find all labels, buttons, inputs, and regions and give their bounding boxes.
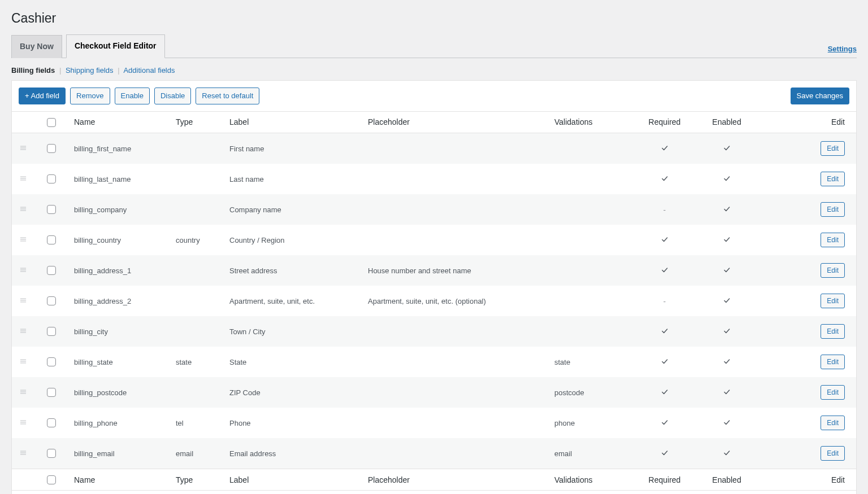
save-changes-button[interactable]: Save changes	[791, 88, 849, 104]
drag-handle-icon[interactable]	[19, 267, 27, 276]
edit-button[interactable]: Edit	[821, 263, 845, 278]
row-checkbox[interactable]	[47, 327, 56, 336]
edit-button[interactable]: Edit	[821, 294, 845, 308]
row-checkbox[interactable]	[47, 357, 56, 366]
cell-enabled	[696, 194, 758, 225]
row-checkbox[interactable]	[47, 144, 56, 153]
section-billing[interactable]: Billing fields	[11, 66, 55, 75]
cell-placeholder	[362, 438, 549, 469]
edit-button[interactable]: Edit	[821, 446, 845, 461]
cell-enabled	[696, 347, 758, 377]
edit-button[interactable]: Edit	[821, 385, 845, 400]
select-all-checkbox-bottom[interactable]	[47, 475, 56, 484]
add-field-button[interactable]: + Add field	[19, 88, 66, 104]
row-checkbox[interactable]	[47, 418, 56, 427]
remove-button[interactable]: Remove	[70, 88, 110, 104]
tab-checkout-field-editor[interactable]: Checkout Field Editor	[66, 34, 165, 58]
cell-label: Town / City	[224, 316, 362, 347]
cell-validations: postcode	[549, 377, 633, 408]
check-icon	[661, 389, 669, 397]
section-additional[interactable]: Additional fields	[123, 66, 175, 75]
cell-name: billing_country	[68, 225, 170, 255]
cell-required: -	[633, 194, 696, 225]
settings-link[interactable]: Settings	[828, 45, 857, 53]
table-row: billing_first_nameFirst nameEdit	[12, 133, 856, 164]
drag-handle-icon[interactable]	[19, 419, 27, 428]
cell-placeholder: Apartment, suite, unit, etc. (optional)	[362, 286, 549, 316]
cell-required	[633, 255, 696, 286]
fields-table: Name Type Label Placeholder Validations …	[12, 111, 856, 491]
cell-placeholder: House number and street name	[362, 255, 549, 286]
drag-handle-icon[interactable]	[19, 206, 27, 215]
fields-card: + Add field Remove Enable Disable Reset …	[11, 80, 857, 494]
cell-required: -	[633, 286, 696, 316]
sections-nav: Billing fields | Shipping fields | Addit…	[11, 58, 857, 80]
col-placeholder: Placeholder	[362, 111, 549, 133]
table-row: billing_postcodeZIP CodepostcodeEdit	[12, 377, 856, 408]
row-checkbox[interactable]	[47, 205, 56, 214]
check-icon	[723, 328, 731, 336]
cell-label: Phone	[224, 408, 362, 438]
drag-handle-icon[interactable]	[19, 237, 27, 245]
row-checkbox[interactable]	[47, 388, 56, 397]
row-checkbox[interactable]	[47, 449, 56, 458]
drag-handle-icon[interactable]	[19, 298, 27, 306]
table-row: billing_statestateStatestateEdit	[12, 347, 856, 377]
enable-button[interactable]: Enable	[115, 88, 150, 104]
cell-validations	[549, 286, 633, 316]
drag-handle-icon[interactable]	[19, 450, 27, 458]
drag-handle-icon[interactable]	[19, 176, 27, 184]
table-row: billing_phonetelPhonephoneEdit	[12, 408, 856, 438]
cell-placeholder	[362, 225, 549, 255]
col-required-footer: Required	[633, 469, 696, 491]
edit-button[interactable]: Edit	[821, 172, 845, 186]
reset-button[interactable]: Reset to default	[196, 88, 259, 104]
edit-button[interactable]: Edit	[821, 324, 845, 339]
table-row: billing_address_1Street addressHouse num…	[12, 255, 856, 286]
cell-required	[633, 377, 696, 408]
cell-validations: phone	[549, 408, 633, 438]
cell-enabled	[696, 377, 758, 408]
disable-button[interactable]: Disable	[154, 88, 191, 104]
cell-name: billing_city	[68, 316, 170, 347]
row-checkbox[interactable]	[47, 266, 56, 275]
select-all-checkbox-top[interactable]	[47, 118, 56, 127]
cell-name: billing_first_name	[68, 133, 170, 164]
cell-name: billing_postcode	[68, 377, 170, 408]
edit-button[interactable]: Edit	[821, 202, 845, 217]
section-shipping[interactable]: Shipping fields	[66, 66, 114, 75]
check-icon	[723, 389, 731, 397]
edit-button[interactable]: Edit	[821, 355, 845, 369]
drag-handle-icon[interactable]	[19, 359, 27, 367]
cell-type	[170, 194, 224, 225]
row-checkbox[interactable]	[47, 296, 56, 305]
check-icon	[723, 206, 731, 215]
drag-handle-icon[interactable]	[19, 328, 27, 336]
cell-name: billing_last_name	[68, 164, 170, 194]
row-checkbox[interactable]	[47, 174, 56, 183]
drag-handle-icon[interactable]	[19, 389, 27, 397]
check-icon	[661, 419, 669, 428]
check-icon	[661, 145, 669, 154]
cell-required	[633, 316, 696, 347]
edit-button[interactable]: Edit	[821, 141, 845, 156]
edit-button[interactable]: Edit	[821, 416, 845, 430]
col-placeholder-footer: Placeholder	[362, 469, 549, 491]
cell-type	[170, 377, 224, 408]
col-name: Name	[68, 111, 170, 133]
drag-handle-icon[interactable]	[19, 145, 27, 154]
row-checkbox[interactable]	[47, 235, 56, 244]
tab-buy-now[interactable]: Buy Now	[11, 35, 62, 58]
actions-bar-top: + Add field Remove Enable Disable Reset …	[12, 81, 856, 111]
check-icon	[723, 419, 731, 428]
edit-button[interactable]: Edit	[821, 233, 845, 247]
cell-validations	[549, 133, 633, 164]
check-icon	[723, 176, 731, 184]
check-icon	[723, 145, 731, 154]
cell-enabled	[696, 255, 758, 286]
cell-enabled	[696, 316, 758, 347]
table-row: billing_countrycountryCountry / RegionEd…	[12, 225, 856, 255]
cell-placeholder	[362, 133, 549, 164]
cell-type: country	[170, 225, 224, 255]
cell-required	[633, 347, 696, 377]
